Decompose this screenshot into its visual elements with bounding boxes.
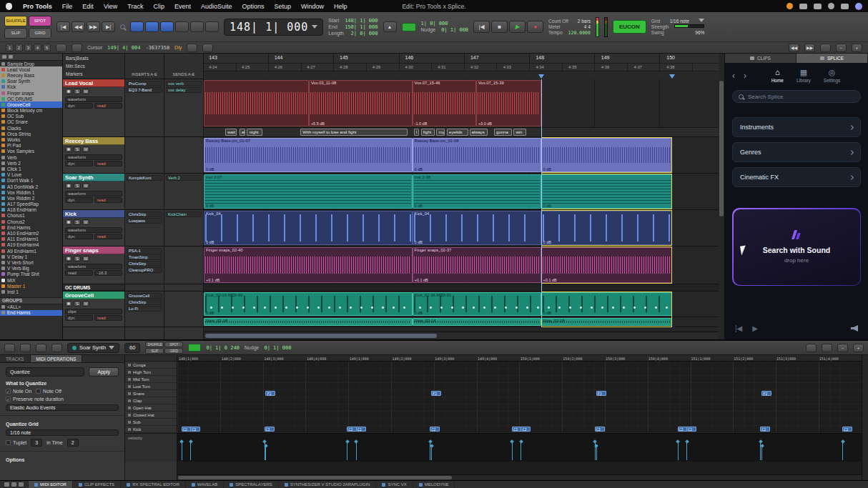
tuplet-numerator-field[interactable]: 3 (31, 439, 42, 447)
nudge-value[interactable]: 0| 1| 000 (441, 27, 468, 33)
ruler-bars-beats-label[interactable]: Bars|Beats (66, 56, 122, 61)
clip-gain[interactable]: +0.1 dB (206, 278, 220, 282)
link-selection-indicator[interactable] (188, 344, 201, 352)
pencil-tool-icon[interactable] (20, 344, 31, 352)
volume-icon[interactable] (851, 325, 858, 332)
zoom-preset-button[interactable]: 1 (6, 44, 14, 51)
automation-mode-selector[interactable]: read (94, 197, 122, 203)
audio-clip[interactable]: Inst 2-07 0 dB (204, 174, 413, 209)
audio-clip[interactable]: Vox.07_15-46 -1.0 dB (413, 80, 476, 126)
mini-rewind-icon[interactable]: ◀◀ (789, 44, 799, 52)
clip-gain[interactable]: +5.5 dB (311, 121, 325, 126)
midi-note[interactable]: C2 (521, 427, 531, 432)
audio-clip[interactable]: Kick_04 0 dB (204, 211, 413, 245)
track-list-item[interactable]: V Delay 1 (0, 254, 62, 259)
drum-grid-row[interactable] (177, 369, 862, 376)
midi-horizontal-scrollbar[interactable] (177, 474, 862, 480)
track-list-item[interactable]: V Verb Big (0, 266, 62, 272)
insert-slot[interactable]: GrooveCell (127, 293, 162, 299)
selector-tool-icon[interactable] (160, 21, 174, 32)
selection-start-marker[interactable] (538, 74, 544, 79)
solo-button[interactable]: S (74, 256, 81, 262)
track-list-item[interactable]: GrooveCell (0, 101, 62, 107)
track-list-item[interactable]: OC DRUMS (0, 96, 62, 101)
elastic-events-select[interactable]: Elastic Audio Events (6, 404, 119, 411)
clip-gain[interactable]: 0 dB (415, 311, 423, 315)
bottom-tab[interactable]: RX SPECTRAL EDITOR (121, 481, 186, 488)
search-with-sound-dropzone[interactable]: Search with Sound drop here (732, 208, 861, 286)
track-list-item[interactable]: A9 EndHarm1 (0, 248, 62, 254)
note-on-checkbox[interactable]: ✓Note On (6, 389, 31, 394)
drum-row-label[interactable]: Snare (125, 390, 177, 397)
clip-gain[interactable]: 0 dB (543, 240, 551, 244)
track-list-item[interactable]: Lead Vocal (0, 66, 62, 72)
edit-mode-button[interactable]: SLIP (145, 348, 164, 354)
automation-mode-selector[interactable]: read (94, 234, 122, 239)
bottom-tab[interactable]: SYNTHESIZER V STUDIO 2ARAPLUGIN (279, 481, 377, 488)
record-enable-button[interactable] (65, 301, 72, 307)
menu-item[interactable]: View (99, 3, 122, 10)
track-list-item[interactable]: Vox Riddim 2 (0, 195, 62, 201)
clip-gain[interactable]: +0.1 dB (543, 278, 557, 282)
layout-icon-2[interactable] (11, 482, 16, 487)
tab-tracks[interactable]: TRACKS (0, 355, 31, 362)
nudge-value[interactable]: 0| 1| 000 (264, 345, 291, 351)
end-value[interactable]: 150| 1| 000 (345, 24, 378, 30)
track-list-sort-icon[interactable] (9, 55, 13, 59)
midi-track-selector[interactable]: Soar Synth (67, 343, 119, 353)
track-name[interactable]: Lead Vocal (63, 79, 124, 87)
track-list-item[interactable]: Soar Synth (0, 79, 62, 84)
note-off-checkbox[interactable]: Note Off (36, 389, 61, 394)
menu-item[interactable]: Pro Tools (18, 3, 57, 10)
bottom-tab[interactable]: SPECTRALAYERS (224, 481, 279, 488)
mute-button[interactable]: M (82, 301, 89, 307)
solo-button[interactable]: S (74, 183, 81, 189)
search-input[interactable] (748, 94, 854, 100)
tab-to-transient-icon[interactable] (56, 44, 66, 52)
track-list-item[interactable]: Inst 1 (0, 289, 62, 294)
layout-icon-1[interactable] (4, 482, 9, 487)
strength-slider[interactable] (674, 24, 704, 28)
groups-header[interactable]: GROUPS (0, 297, 62, 304)
group-list-item[interactable]: <ALL> (0, 304, 62, 310)
midi-ruler[interactable]: 148|1|000148|2|000148|3|000148|4|000149|… (177, 355, 862, 362)
splice-search[interactable] (732, 90, 861, 103)
count-off-value[interactable]: 2 bars (578, 19, 591, 24)
menu-item[interactable]: Options (237, 3, 269, 10)
velocity-stem[interactable] (596, 446, 597, 460)
velocity-stem[interactable] (356, 442, 357, 460)
scrubber-tool-icon[interactable] (190, 21, 204, 32)
category-card[interactable]: Cinematic FX (732, 167, 861, 187)
zoom-out-icon[interactable]: − (836, 44, 847, 52)
drum-row-label[interactable]: High Tom (125, 369, 177, 376)
audio-clip[interactable]: Finger snaps_02-37 +0.1 dB (413, 247, 541, 283)
track-list-item[interactable]: OC Snare (0, 119, 62, 125)
elastic-audio-selector[interactable]: dyn (65, 234, 93, 239)
lyric-clip[interactable]: fight (421, 129, 435, 136)
lyric-clip[interactable]: win (513, 129, 526, 136)
edit-mode-button[interactable]: SPOT (29, 16, 51, 26)
instrument-clip[interactable]: Kick_02-16-MIDI-90 0 dB (204, 292, 413, 316)
lyric-clip[interactable]: I (414, 129, 419, 136)
velocity-stem[interactable] (512, 442, 513, 460)
track-view-selector[interactable]: waveform (65, 264, 122, 269)
record-button[interactable]: ● (527, 21, 543, 33)
zoom-out-icon[interactable]: − (837, 344, 848, 352)
zoom-preset-button[interactable]: 5 (43, 44, 51, 51)
velocity-stem[interactable] (182, 442, 182, 460)
lane-lyrics[interactable]: wait all night With myself to lose and f… (204, 128, 719, 137)
velocity-lane-header[interactable]: velocity (125, 433, 177, 462)
ruler-min-secs-label[interactable]: Min:Secs (66, 64, 122, 69)
clip-gain[interactable]: 0 dB (206, 240, 214, 244)
record-enable-button[interactable] (65, 219, 72, 225)
track-view-selector[interactable]: waveform (65, 191, 122, 196)
track-list-item[interactable]: Pi Pad (0, 143, 62, 149)
lane-kick[interactable]: Kick_04 0 dB Kick_04 0 dB 0 dB (204, 210, 719, 247)
siri-icon[interactable] (855, 3, 862, 10)
menu-item[interactable]: AudioSuite (196, 3, 237, 10)
bars-ruler[interactable]: 143144145146147148149150 (204, 54, 719, 64)
velocity-stem[interactable] (431, 446, 432, 460)
track-list-item[interactable]: V Verb Short (0, 259, 62, 265)
audio-clip[interactable]: Hats_02-18 (204, 318, 413, 326)
instrument-clip[interactable]: 0 dB (541, 292, 673, 316)
